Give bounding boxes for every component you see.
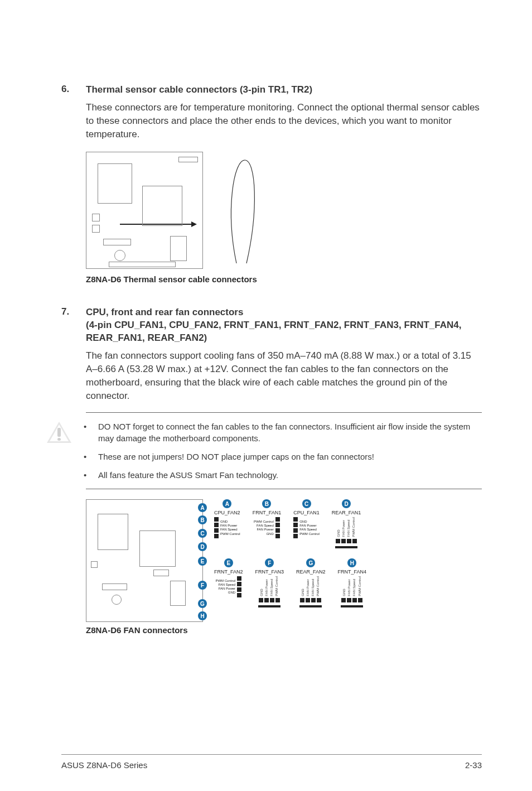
- pin-label: GND: [220, 520, 240, 524]
- fan-block-g: G REAR_FAN2 GND FAN Power FAN Speed PWM …: [296, 558, 326, 607]
- section-6-header: 6. Thermal sensor cable connectors (3-pi…: [61, 84, 482, 97]
- board-marker-b: B: [198, 515, 207, 524]
- pin-label: FAN Speed: [299, 528, 320, 532]
- section-7-header: 7. CPU, front and rear fan connectors (4…: [61, 306, 482, 345]
- section-6-number: 6.: [61, 84, 72, 97]
- pin-label: FAN Power: [347, 576, 351, 596]
- note-text-1: These are not jumpers! DO NOT place jump…: [98, 451, 374, 462]
- fan-row-bottom: E FRNT_FAN2 PWM Control FAN Speed FAN Po…: [214, 558, 482, 607]
- fan-block-b: B FRNT_FAN1 PWM Control FAN Speed FAN Po…: [253, 499, 282, 538]
- fan-badge-b: B: [262, 499, 271, 508]
- note-item: • All fans feature the ASUS Smart Fan te…: [84, 469, 482, 481]
- fan-badge-a: A: [223, 499, 231, 508]
- board-marker-f: F: [198, 581, 207, 590]
- page-footer: ASUS Z8NA-D6 Series 2-33: [61, 754, 482, 770]
- pin-label: PWM Control: [352, 517, 356, 537]
- board-marker-h: H: [198, 611, 207, 620]
- pin-label: FAN Speed: [352, 576, 356, 596]
- pin-label: PWM Control: [358, 576, 362, 596]
- fan-row-top: A CPU_FAN2 GND FAN Power FAN Speed PWM C…: [214, 499, 482, 548]
- note-item: • DO NOT forget to connect the fan cable…: [84, 421, 482, 444]
- motherboard-outline-2: A B C D E F G H: [86, 499, 203, 622]
- pin-label: FAN Speed: [347, 517, 351, 537]
- board-marker-a: A: [198, 503, 207, 512]
- sensor-cable-illustration: [220, 155, 270, 266]
- pin-label: FAN Speed: [215, 583, 235, 587]
- pin-label: GND: [260, 576, 264, 596]
- motherboard-outline: [86, 152, 203, 269]
- pin-label: GND: [215, 591, 235, 595]
- pin-label: GND: [337, 517, 341, 537]
- pin-label: FAN Speed: [311, 576, 315, 596]
- note-text-2: All fans feature the ASUS Smart Fan tech…: [98, 469, 278, 481]
- footer-left: ASUS Z8NA-D6 Series: [61, 760, 147, 770]
- fan-label-d: REAR_FAN1: [332, 510, 361, 515]
- section-7-title-line1: CPU, front and rear fan connectors: [86, 306, 482, 319]
- bullet-icon: •: [84, 451, 88, 462]
- pin-label: FAN Speed: [270, 576, 274, 596]
- pin-label: PWM Control: [254, 520, 274, 524]
- section-7-body: The fan connectors support cooling fans …: [86, 349, 482, 402]
- bullet-icon: •: [84, 469, 88, 481]
- warning-note-block: • DO NOT forget to connect the fan cable…: [86, 412, 482, 489]
- fan-badge-f: F: [265, 558, 274, 567]
- section-7: 7. CPU, front and rear fan connectors (4…: [61, 306, 482, 635]
- warning-note-list: • DO NOT forget to connect the fan cable…: [84, 421, 482, 481]
- warning-icon: [47, 422, 71, 444]
- board-marker-e: E: [198, 557, 207, 566]
- fan-badge-h: H: [347, 558, 356, 567]
- note-item: • These are not jumpers! DO NOT place ju…: [84, 451, 482, 462]
- fan-badge-d: D: [342, 499, 351, 508]
- pin-label: FAN Speed: [254, 524, 274, 528]
- pin-label: FAN Power: [306, 576, 310, 596]
- fan-label-b: FRNT_FAN1: [253, 510, 282, 515]
- fan-badge-e: E: [224, 558, 233, 567]
- pin-label: PWM Control: [275, 576, 279, 596]
- pin-label: FAN Speed: [220, 528, 240, 532]
- board-marker-c: C: [198, 529, 207, 538]
- board-marker-d: D: [198, 542, 207, 551]
- section-7-number: 7.: [61, 306, 72, 317]
- pin-label: FAN Power: [254, 528, 274, 532]
- fan-block-a: A CPU_FAN2 GND FAN Power FAN Speed PWM C…: [214, 499, 240, 538]
- fan-block-e: E FRNT_FAN2 PWM Control FAN Speed FAN Po…: [214, 558, 243, 597]
- pin-label: PWM Control: [215, 579, 235, 583]
- pin-label: FAN Power: [299, 524, 320, 528]
- fan-badge-g: G: [306, 558, 315, 567]
- fan-block-h: H FRNT_FAN4 GND FAN Power FAN Speed PWM …: [338, 558, 367, 607]
- pin-label: FAN Power: [265, 576, 269, 596]
- fan-label-h: FRNT_FAN4: [338, 569, 367, 575]
- pin-label: FAN Power: [215, 587, 235, 591]
- fan-block-d: D REAR_FAN1 GND FAN Power FAN Speed PWM …: [332, 499, 361, 548]
- fan-label-a: CPU_FAN2: [214, 510, 240, 515]
- pin-label: GND: [342, 576, 346, 596]
- pin-label: GND: [299, 520, 320, 524]
- thermal-diagram: [86, 152, 482, 269]
- pin-label: GND: [254, 532, 274, 536]
- fan-badge-c: C: [302, 499, 311, 508]
- fan-diagram-caption: Z8NA-D6 FAN connectors: [86, 625, 482, 635]
- pin-label: PWM Control: [316, 576, 320, 596]
- pin-label: FAN Power: [342, 517, 346, 537]
- fan-pinout-grid: A CPU_FAN2 GND FAN Power FAN Speed PWM C…: [214, 499, 482, 607]
- section-6-body: These connectors are for temperature mon…: [86, 101, 482, 141]
- note-text-0: DO NOT forget to connect the fan cables …: [98, 421, 482, 444]
- fan-label-f: FRNT_FAN3: [255, 569, 284, 575]
- section-6: 6. Thermal sensor cable connectors (3-pi…: [61, 84, 482, 284]
- bullet-icon: •: [84, 421, 88, 444]
- pin-label: PWM Control: [220, 532, 240, 536]
- fan-label-e: FRNT_FAN2: [214, 569, 243, 575]
- fan-block-c: C CPU_FAN1 GND FAN Power FAN Speed PWM C…: [293, 499, 320, 538]
- section-6-title: Thermal sensor cable connectors (3-pin T…: [86, 84, 312, 97]
- fan-label-g: REAR_FAN2: [296, 569, 326, 575]
- pin-label: PWM Control: [299, 532, 320, 536]
- pin-label: FAN Power: [220, 524, 240, 528]
- section-7-title-line2: (4-pin CPU_FAN1, CPU_FAN2, FRNT_FAN1, FR…: [86, 319, 482, 345]
- fan-label-c: CPU_FAN1: [293, 510, 320, 515]
- thermal-diagram-caption: Z8NA-D6 Thermal sensor cable connectors: [86, 274, 482, 284]
- pin-label: GND: [301, 576, 305, 596]
- footer-right: 2-33: [465, 760, 482, 770]
- fan-diagram: A B C D E F G H A CPU_FAN2: [86, 499, 482, 622]
- board-marker-g: G: [198, 599, 207, 608]
- fan-block-f: F FRNT_FAN3 GND FAN Power FAN Speed PWM …: [255, 558, 284, 607]
